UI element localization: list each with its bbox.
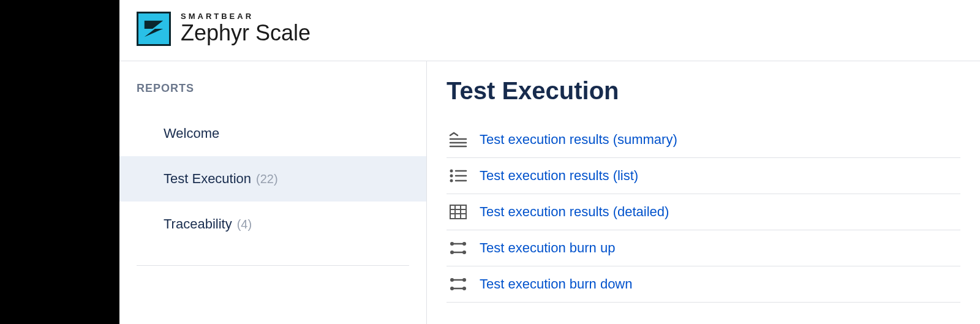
sidebar-item-label: Traceability bbox=[164, 216, 232, 232]
left-black-strip bbox=[0, 0, 119, 324]
app-container: SMARTBEAR Zephyr Scale REPORTS Welcome T… bbox=[119, 0, 980, 324]
sidebar-item-welcome[interactable]: Welcome bbox=[119, 111, 426, 156]
sidebar: REPORTS Welcome Test Execution (22) Trac… bbox=[119, 61, 427, 324]
report-link-label: Test execution results (detailed) bbox=[480, 204, 669, 220]
list-icon bbox=[449, 168, 467, 184]
burndown-icon bbox=[449, 276, 467, 292]
zephyr-logo-icon bbox=[142, 17, 165, 40]
sidebar-item-test-execution[interactable]: Test Execution (22) bbox=[119, 156, 426, 202]
report-item-list[interactable]: Test execution results (list) bbox=[447, 158, 960, 194]
sidebar-item-count: (22) bbox=[256, 172, 278, 186]
report-item-burn-down[interactable]: Test execution burn down bbox=[447, 266, 960, 303]
report-link-label: Test execution burn down bbox=[480, 276, 633, 292]
svg-rect-9 bbox=[450, 205, 466, 219]
report-item-detailed[interactable]: Test execution results (detailed) bbox=[447, 194, 960, 230]
sidebar-item-label: Welcome bbox=[164, 126, 219, 141]
burnup-icon bbox=[449, 240, 467, 256]
sidebar-divider bbox=[137, 265, 409, 266]
report-item-burn-up[interactable]: Test execution burn up bbox=[447, 230, 960, 266]
svg-point-3 bbox=[450, 170, 453, 173]
page-title: Test Execution bbox=[447, 77, 960, 105]
brand-text: SMARTBEAR Zephyr Scale bbox=[181, 12, 311, 45]
app-header: SMARTBEAR Zephyr Scale bbox=[119, 0, 980, 61]
svg-point-4 bbox=[450, 175, 453, 178]
summary-chart-icon bbox=[449, 132, 467, 148]
report-link-label: Test execution results (summary) bbox=[480, 132, 677, 148]
brand-product-name: Zephyr Scale bbox=[181, 21, 311, 45]
report-list: Test execution results (summary) bbox=[447, 122, 960, 303]
svg-point-5 bbox=[450, 179, 453, 183]
sidebar-section-title: REPORTS bbox=[119, 82, 426, 111]
sidebar-item-traceability[interactable]: Traceability (4) bbox=[119, 202, 426, 247]
brand-top-label: SMARTBEAR bbox=[181, 12, 311, 21]
grid-icon bbox=[449, 204, 467, 220]
report-link-label: Test execution burn up bbox=[480, 240, 615, 256]
report-link-label: Test execution results (list) bbox=[480, 168, 638, 184]
main-panel: Test Execution Test execut bbox=[427, 61, 980, 324]
sidebar-item-label: Test Execution bbox=[164, 171, 251, 187]
report-item-summary[interactable]: Test execution results (summary) bbox=[447, 122, 960, 158]
sidebar-item-count: (4) bbox=[237, 217, 252, 232]
content-area: REPORTS Welcome Test Execution (22) Trac… bbox=[119, 61, 980, 324]
brand-logo bbox=[137, 12, 171, 46]
